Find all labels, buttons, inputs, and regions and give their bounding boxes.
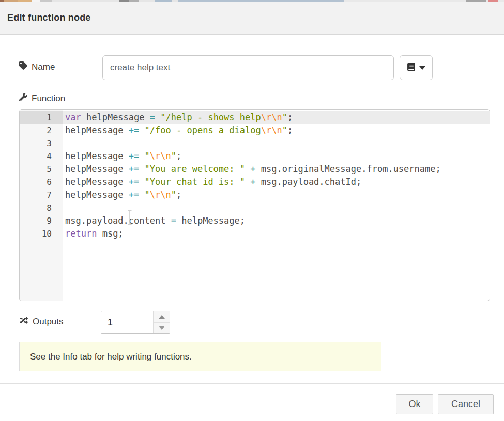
- code-token: [245, 177, 250, 187]
- code-token: msg.originalMessage.from.username;: [256, 164, 441, 174]
- line-number[interactable]: 7: [20, 189, 63, 201]
- code-token: [139, 177, 144, 187]
- spinner-down-button[interactable]: [154, 322, 170, 334]
- code-token: =: [150, 112, 155, 122]
- code-token: +=: [129, 164, 139, 174]
- outputs-field-label-group: Outputs: [19, 316, 64, 327]
- function-section-label: Function: [32, 93, 65, 104]
- ibeam-mouse-cursor: [127, 210, 132, 227]
- code-line[interactable]: return msg;: [63, 227, 490, 240]
- code-token: helpMessage: [65, 190, 129, 200]
- code-token: ;: [176, 190, 181, 200]
- code-token: ": [282, 125, 287, 135]
- code-token: =: [171, 215, 176, 226]
- code-token: helpMessage: [65, 164, 129, 174]
- code-token: \r\n: [150, 151, 171, 161]
- code-line[interactable]: [63, 137, 490, 150]
- line-number[interactable]: 1: [20, 111, 63, 124]
- code-token: helpMessage: [81, 112, 150, 122]
- code-token: +=: [129, 151, 139, 161]
- wrench-icon: [19, 93, 27, 104]
- code-token: ;: [287, 112, 293, 122]
- dialog-title: Edit function node: [0, 12, 91, 23]
- editor-gutter[interactable]: 12345678910: [20, 110, 63, 301]
- line-number[interactable]: 5: [20, 163, 63, 176]
- code-token: msg.payload.chatId;: [256, 177, 362, 187]
- code-token: ": [145, 190, 150, 200]
- screen: Edit function node Name Function 1234567…: [0, 0, 504, 421]
- line-number[interactable]: 8: [20, 201, 63, 214]
- caret-down-icon: [419, 66, 425, 70]
- line-number[interactable]: 4: [20, 150, 63, 163]
- dialog-header: Edit function node: [0, 2, 504, 34]
- line-number[interactable]: 10: [20, 227, 63, 240]
- cancel-button[interactable]: Cancel: [438, 394, 494, 414]
- spinner-down-icon: [159, 326, 165, 330]
- outputs-field-label: Outputs: [33, 317, 64, 327]
- shuffle-icon: [19, 316, 28, 327]
- code-token: \r\n: [261, 112, 282, 122]
- code-token: [155, 112, 160, 122]
- code-line[interactable]: helpMessage += "\r\n";: [63, 150, 490, 163]
- code-token: +: [250, 164, 255, 174]
- outputs-input[interactable]: [101, 311, 153, 333]
- code-line[interactable]: helpMessage += "/foo - opens a dialog\r\…: [63, 124, 490, 137]
- code-line[interactable]: helpMessage += "\r\n";: [63, 189, 490, 201]
- form-tip-box: See the Info tab for help writing functi…: [19, 342, 381, 371]
- line-number[interactable]: 6: [20, 176, 63, 189]
- code-token: ": [171, 190, 176, 200]
- code-token: +=: [129, 177, 139, 187]
- form-tip-text: See the Info tab for help writing functi…: [30, 352, 192, 362]
- code-line[interactable]: helpMessage += "You are welcome: " + msg…: [63, 163, 490, 176]
- name-field-label-group: Name: [19, 61, 55, 72]
- line-number[interactable]: 3: [20, 137, 63, 150]
- code-token: [245, 164, 250, 174]
- code-token: helpMessage: [65, 151, 129, 161]
- function-code-editor[interactable]: 12345678910 var helpMessage = "/help - s…: [19, 109, 490, 301]
- code-token: "You are welcome: ": [145, 164, 245, 174]
- name-input[interactable]: [102, 55, 394, 80]
- line-number[interactable]: 2: [20, 124, 63, 137]
- code-token: +=: [129, 190, 139, 200]
- book-icon: [407, 63, 416, 73]
- code-token: [139, 190, 144, 200]
- code-line[interactable]: helpMessage += "Your chat id is: " + msg…: [63, 176, 490, 189]
- code-token: ;: [287, 125, 293, 135]
- code-token: ": [282, 112, 287, 122]
- code-token: ;: [176, 151, 181, 161]
- name-field-label: Name: [32, 62, 55, 72]
- code-token: "/foo - opens a dialog: [145, 125, 261, 135]
- spinner-up-button[interactable]: [154, 311, 170, 322]
- code-line[interactable]: var helpMessage = "/help - shows help\r\…: [63, 111, 490, 124]
- code-token: return: [65, 228, 97, 239]
- code-token: ": [171, 151, 176, 161]
- library-dropdown-button[interactable]: [400, 55, 433, 80]
- spinner-buttons: [153, 311, 170, 333]
- button-pane-separator: [0, 383, 504, 383]
- outputs-spinner: [101, 311, 170, 334]
- code-token: [139, 125, 144, 135]
- code-token: +: [250, 177, 255, 187]
- code-token: helpMessage;: [176, 215, 245, 226]
- code-token: helpMessage: [65, 125, 129, 135]
- code-token: [139, 164, 144, 174]
- code-token: ": [145, 151, 150, 161]
- code-token: "Your chat id is: ": [145, 177, 245, 187]
- ok-button[interactable]: Ok: [396, 394, 433, 414]
- code-token: \r\n: [150, 190, 171, 200]
- code-token: msg;: [97, 228, 123, 239]
- code-token: [139, 151, 144, 161]
- code-token: \r\n: [261, 125, 282, 135]
- code-token: helpMessage: [65, 177, 129, 187]
- code-token: +=: [129, 125, 139, 135]
- line-number[interactable]: 9: [20, 214, 63, 227]
- spinner-up-icon: [159, 315, 165, 319]
- code-token: var: [65, 112, 81, 122]
- function-section-label-group: Function: [19, 93, 65, 104]
- code-token: msg.payload.content: [65, 215, 171, 226]
- tag-icon: [19, 61, 27, 72]
- code-token: "/help - shows help: [160, 112, 261, 122]
